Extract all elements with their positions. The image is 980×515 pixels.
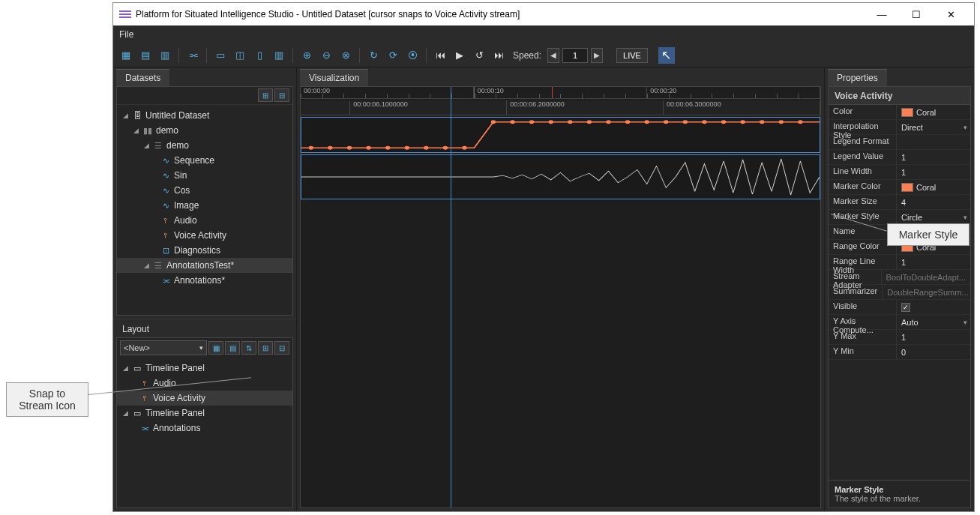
speed-increase[interactable]: ▶ bbox=[591, 48, 603, 63]
visualization-canvas[interactable]: 00:00:00 00:00:10 00:00:20 00:00:06.1000… bbox=[300, 86, 821, 508]
properties-header: Voice Activity bbox=[829, 87, 970, 105]
play-icon[interactable]: ▶ bbox=[451, 47, 468, 64]
checkbox[interactable]: ✓ bbox=[901, 303, 910, 312]
app-icon bbox=[119, 10, 131, 18]
close-button[interactable]: ✕ bbox=[934, 3, 968, 25]
prop-row-color[interactable]: ColorCoral bbox=[829, 105, 970, 120]
tree-demo-2[interactable]: ◢☰demo bbox=[117, 138, 292, 153]
link-icon[interactable]: ⫘ bbox=[184, 47, 201, 64]
prop-row-visible[interactable]: Visible✓ bbox=[829, 300, 970, 315]
layout-icon-1[interactable]: ▦ bbox=[118, 47, 134, 64]
layout-tree: ◢▭Timeline Panel ⫯Audio ⫯Voice Activity … bbox=[117, 358, 292, 439]
layout-btn-2[interactable]: ▤ bbox=[225, 341, 240, 355]
tree-item-voice[interactable]: ⫯Voice Activity bbox=[117, 228, 292, 243]
svg-point-11 bbox=[529, 120, 534, 124]
callout-marker-style: Marker Style bbox=[887, 223, 970, 246]
cursor-mode-button[interactable]: ↖ bbox=[658, 47, 675, 64]
layout-item-voice[interactable]: ⫯Voice Activity bbox=[117, 391, 292, 406]
svg-point-6 bbox=[424, 146, 428, 150]
speed-value[interactable]: 1 bbox=[562, 48, 588, 63]
svg-point-19 bbox=[683, 120, 688, 124]
target-icon[interactable]: ⦿ bbox=[404, 47, 421, 64]
dropdown-icon[interactable]: ▾ bbox=[964, 124, 967, 131]
tab-datasets[interactable]: Datasets bbox=[116, 69, 169, 86]
prop-row-range-line-width[interactable]: Range Line Width1 bbox=[829, 255, 970, 270]
live-button[interactable]: LIVE bbox=[616, 48, 648, 63]
svg-point-5 bbox=[405, 146, 409, 150]
prop-row-legend-format[interactable]: Legend Format bbox=[829, 135, 970, 150]
prop-row-y-max[interactable]: Y Max1 bbox=[829, 330, 970, 345]
skip-fwd-icon[interactable]: ⏭ bbox=[490, 47, 507, 64]
svg-point-25 bbox=[798, 120, 802, 124]
svg-point-3 bbox=[366, 146, 370, 150]
tree-demo-1[interactable]: ◢▮▮demo bbox=[117, 123, 292, 138]
svg-point-0 bbox=[309, 146, 313, 150]
layout-header: Layout bbox=[116, 321, 155, 337]
layout-btn-1[interactable]: ▦ bbox=[208, 341, 223, 355]
toolbar: ▦ ▤ ▥ ⫘ ▭ ◫ ▯ ▥ ⊕ ⊖ ⊗ ↻ ⟳ ⦿ ⏮ ▶ ↺ ⏭ Spee… bbox=[113, 43, 974, 67]
timeline-panel-2[interactable]: ◢▭Timeline Panel bbox=[117, 406, 292, 421]
tree-dataset-root[interactable]: ◢🗄Untitled Dataset bbox=[117, 108, 292, 123]
titlebar: Platform for Situated Intelligence Studi… bbox=[113, 3, 974, 25]
timeline-cursor[interactable] bbox=[451, 87, 451, 508]
minimize-button[interactable]: — bbox=[865, 3, 899, 25]
svg-point-18 bbox=[664, 120, 668, 124]
prop-row-line-width[interactable]: Line Width1 bbox=[829, 165, 970, 180]
tree-item-audio[interactable]: ⫯Audio bbox=[117, 213, 292, 228]
tab-visualization[interactable]: Visualization bbox=[300, 69, 368, 86]
svg-point-22 bbox=[740, 120, 745, 124]
prop-row-y-min[interactable]: Y Min0 bbox=[829, 345, 970, 360]
panel-icon-2[interactable]: ◫ bbox=[232, 47, 248, 64]
layout-icon-2[interactable]: ▤ bbox=[137, 47, 154, 64]
layout-icon-3[interactable]: ▥ bbox=[157, 47, 173, 64]
tree-item-sequence[interactable]: ∿Sequence bbox=[117, 153, 292, 168]
svg-point-1 bbox=[328, 146, 332, 150]
speed-decrease[interactable]: ◀ bbox=[547, 48, 559, 63]
prop-row-summarizer[interactable]: SummarizerDoubleRangeSumm... bbox=[829, 285, 970, 300]
panel-icon-3[interactable]: ▯ bbox=[251, 47, 268, 64]
zoom-fit-icon[interactable]: ⊗ bbox=[337, 47, 354, 64]
layout-select[interactable]: <New>▾ bbox=[120, 340, 207, 355]
prop-row-y-axis-compute-[interactable]: Y Axis Compute...Auto▾ bbox=[829, 315, 970, 330]
prop-row-stream-adapter[interactable]: Stream AdapterBoolToDoubleAdapt... bbox=[829, 270, 970, 285]
layout-btn-4[interactable]: ⊞ bbox=[258, 341, 273, 355]
prop-row-marker-color[interactable]: Marker ColorCoral bbox=[829, 180, 970, 195]
track-voice-activity[interactable] bbox=[301, 117, 820, 153]
refresh-icon[interactable]: ↻ bbox=[365, 47, 382, 64]
prop-row-interpolation-style[interactable]: Interpolation StyleDirect▾ bbox=[829, 120, 970, 135]
tree-item-sin[interactable]: ∿Sin bbox=[117, 168, 292, 183]
expand-all-icon[interactable]: ⊞ bbox=[258, 88, 273, 102]
dropdown-icon[interactable]: ▾ bbox=[964, 319, 967, 326]
dropdown-icon[interactable]: ▾ bbox=[964, 214, 967, 221]
loop-icon[interactable]: ↺ bbox=[471, 47, 487, 64]
tab-properties[interactable]: Properties bbox=[828, 69, 887, 86]
tree-item-diag[interactable]: ⊡Diagnostics bbox=[117, 243, 292, 258]
callout-snap-to-stream: Snap to Stream Icon bbox=[6, 382, 88, 417]
tree-item-image[interactable]: ∿Image bbox=[117, 198, 292, 213]
svg-point-13 bbox=[568, 120, 572, 124]
menu-file[interactable]: File bbox=[119, 29, 133, 40]
layout-item-annotations[interactable]: ⫘Annotations bbox=[117, 421, 292, 436]
tree-item-cos[interactable]: ∿Cos bbox=[117, 183, 292, 198]
tree-annotations-test[interactable]: ◢☰AnnotationsTest* bbox=[117, 258, 292, 273]
svg-point-8 bbox=[462, 146, 466, 150]
prop-row-marker-style[interactable]: Marker StyleCircle▾ bbox=[829, 210, 970, 225]
layout-btn-5[interactable]: ⊟ bbox=[274, 341, 289, 355]
timeline-panel-1[interactable]: ◢▭Timeline Panel bbox=[117, 361, 292, 376]
svg-point-12 bbox=[549, 120, 553, 124]
panel-icon-4[interactable]: ▥ bbox=[271, 47, 287, 64]
color-swatch bbox=[901, 183, 913, 192]
svg-point-14 bbox=[587, 120, 592, 124]
maximize-button[interactable]: ☐ bbox=[899, 3, 934, 25]
prop-row-legend-value[interactable]: Legend Value1 bbox=[829, 150, 970, 165]
collapse-all-icon[interactable]: ⊟ bbox=[274, 88, 289, 102]
tree-annotations[interactable]: ⫘Annotations* bbox=[117, 273, 292, 288]
sync-icon[interactable]: ⟳ bbox=[385, 47, 401, 64]
skip-back-icon[interactable]: ⏮ bbox=[432, 47, 448, 64]
panel-icon-1[interactable]: ▭ bbox=[212, 47, 229, 64]
prop-row-marker-size[interactable]: Marker Size4 bbox=[829, 195, 970, 210]
zoom-in-icon[interactable]: ⊕ bbox=[298, 47, 315, 64]
zoom-out-icon[interactable]: ⊖ bbox=[318, 47, 334, 64]
track-audio[interactable] bbox=[301, 154, 820, 199]
layout-btn-3[interactable]: ⇅ bbox=[241, 341, 256, 355]
